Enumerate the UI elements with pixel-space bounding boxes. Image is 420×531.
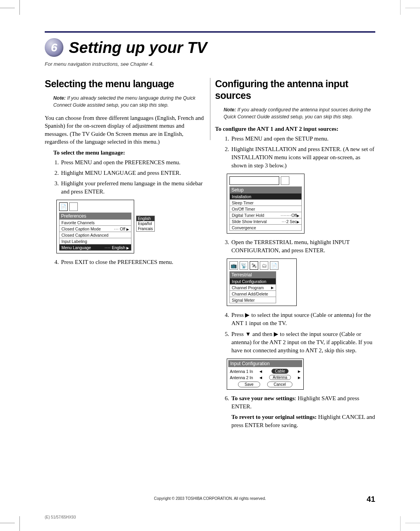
- tab-icon: 📄: [59, 202, 68, 211]
- crop-mark: [0, 8, 15, 8]
- osd-icon-tabs: 📺 📡 🛰 🗂 📄: [229, 261, 294, 270]
- chapter-number-badge: 6: [45, 38, 63, 57]
- osd-row: Digital Tuner Hold·······Off▶: [229, 212, 302, 218]
- step-item: Highlight INSTALLATION and press ENTER. …: [231, 145, 375, 170]
- two-column-layout: Selecting the menu language Note: If you…: [45, 78, 375, 432]
- input-row: Antenna 2 In ◀Antenna▶: [230, 375, 301, 380]
- section-heading: Configuring the antenna input sources: [215, 78, 375, 101]
- step-item: Highlight MENU LANGUAGE and press ENTER.: [60, 169, 205, 177]
- cancel-button: Cancel: [267, 382, 292, 387]
- procedure-title: To select the menu language:: [53, 149, 205, 156]
- osd-button-row: Save Cancel: [230, 382, 301, 387]
- note-block: Note: If you already selected the menu l…: [53, 95, 205, 109]
- crop-mark: [405, 523, 420, 523]
- steps-list: Press MENU and open the SETUP menu. High…: [231, 135, 375, 170]
- osd-preferences: 📄 Preferences Favorite Channels Closed C…: [56, 200, 134, 253]
- chapter-subtitle: For menu navigation instructions, see Ch…: [45, 61, 375, 68]
- steps-list-cont: Press EXIT to close the PREFERENCES menu…: [60, 258, 205, 266]
- column-divider: [210, 78, 210, 140]
- steps-list-cont: To save your new settings: Highlight SAV…: [231, 394, 375, 429]
- osd-row: Slide Show Interval···2 Sec▶: [229, 218, 302, 225]
- steps-list-cont: Press ▶ to select the input source (Cabl…: [231, 311, 375, 355]
- step-item: Press MENU and open the SETUP menu.: [231, 135, 375, 143]
- tab-icon: [281, 176, 289, 185]
- intro-paragraph: You can choose from three different lang…: [45, 114, 205, 146]
- steps-list: Press MENU and open the PREFERENCES menu…: [60, 158, 205, 196]
- tab-icon: 🗂: [260, 261, 268, 270]
- tab-icon: 📺: [229, 261, 238, 270]
- osd-row: Sleep Timer: [229, 200, 302, 206]
- osd-row: Signal Meter: [229, 297, 276, 303]
- step-item: Press EXIT to close the PREFERENCES menu…: [60, 258, 205, 266]
- osd-terrestrial: 📺 📡 🛰 🗂 📄 Terrestrial Input Configuratio…: [227, 258, 297, 306]
- tab-icon: 📡: [240, 261, 248, 270]
- right-column: Configuring the antenna input sources No…: [215, 78, 375, 432]
- left-column: Selecting the menu language Note: If you…: [45, 78, 205, 432]
- osd-title: Preferences: [59, 213, 131, 220]
- osd-row: On/Off Timer: [229, 206, 302, 212]
- tab-icon: 🛰: [250, 261, 258, 270]
- step-item: Open the TERRESTRIAL menu, highlight INP…: [231, 238, 375, 255]
- osd-icon-tabs: 📄: [59, 202, 131, 211]
- note-label: Note:: [224, 107, 236, 113]
- tab-icon: [229, 176, 279, 185]
- osd-side-options: English Español Francais: [136, 216, 155, 232]
- crop-mark: [405, 8, 420, 8]
- crop-mark: [400, 0, 401, 15]
- chapter-title: Setting up your TV: [69, 40, 207, 55]
- crop-mark: [19, 516, 20, 531]
- note-text: If you already selected the menu languag…: [53, 95, 196, 108]
- down-arrow-icon: ▼: [245, 331, 251, 337]
- osd-row: Input Labeling: [59, 238, 131, 244]
- note-text: If you already configured the antenna in…: [224, 107, 371, 120]
- tab-icon: 📄: [270, 261, 278, 270]
- step-item: Highlight your preferred menu language i…: [60, 179, 205, 196]
- osd-row: Convergence: [229, 225, 302, 231]
- osd-row: Favorite Channels: [59, 220, 131, 226]
- section-heading: Selecting the menu language: [45, 78, 205, 90]
- step-item: Press ▼ and then ▶ to select the input s…: [231, 330, 375, 355]
- osd-row: Closed Caption Advanced: [59, 232, 131, 238]
- procedure-title: To configure the ANT 1 and ANT 2 input s…: [215, 126, 375, 132]
- tab-icon: [69, 202, 78, 211]
- osd-row-selected: Input Configuration: [229, 278, 276, 285]
- page-number: 41: [367, 495, 375, 504]
- osd-input-configuration: Input Configuration Antenna 1 In ◀Cable▶…: [227, 359, 304, 390]
- osd-row-selected: Installation: [229, 193, 302, 200]
- footer-copyright: Copyright © 2003 TOSHIBA CORPORATION. Al…: [45, 496, 375, 501]
- page-content: 6 Setting up your TV For menu navigation…: [45, 31, 375, 508]
- chapter-header: 6 Setting up your TV: [45, 31, 375, 57]
- note-label: Note:: [53, 95, 66, 101]
- osd-row-selected: Menu Language···· English ▶: [59, 244, 131, 251]
- save-button: Save: [238, 382, 260, 387]
- crop-mark: [400, 516, 401, 531]
- footer-code: (E) 51/57/65HX93: [45, 515, 76, 519]
- crop-mark: [0, 523, 15, 523]
- osd-title: Terrestrial: [229, 271, 276, 278]
- steps-list-cont: Open the TERRESTRIAL menu, highlight INP…: [231, 238, 375, 255]
- right-arrow-icon: ▶: [245, 311, 250, 318]
- step-item: Press ▶ to select the input source (Cabl…: [231, 311, 375, 327]
- right-arrow-icon: ▶: [274, 331, 278, 337]
- osd-option-selected: English: [136, 216, 154, 221]
- osd-row: Closed Caption Mode··· Off ▶: [59, 226, 131, 232]
- osd-title: Setup: [229, 186, 302, 193]
- osd-icon-tabs: [229, 176, 302, 185]
- crop-mark: [19, 0, 20, 15]
- note-block: Note: If you already configured the ante…: [224, 107, 375, 120]
- osd-row: Channel Add/Delete: [229, 291, 276, 297]
- osd-title: Input Configuration: [228, 360, 302, 367]
- input-row: Antenna 1 In ◀Cable▶: [230, 369, 301, 374]
- osd-row: Channel Program▶: [229, 285, 276, 291]
- osd-option: Español: [136, 221, 154, 226]
- step-item: Press MENU and open the PREFERENCES menu…: [60, 158, 205, 167]
- osd-setup: Setup Installation Sleep Timer On/Off Ti…: [227, 174, 304, 234]
- step-item: To save your new settings: Highlight SAV…: [231, 394, 375, 429]
- osd-option: Francais: [136, 226, 154, 231]
